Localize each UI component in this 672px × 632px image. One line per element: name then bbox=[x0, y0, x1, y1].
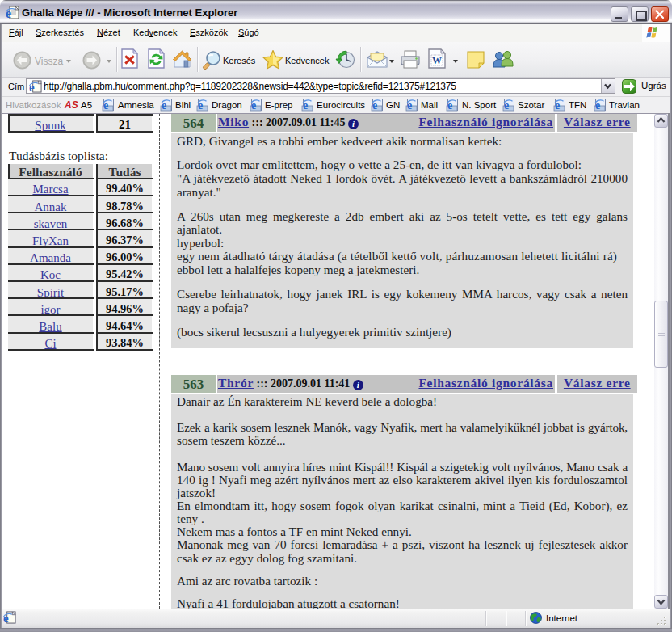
svg-text:W: W bbox=[432, 55, 442, 66]
